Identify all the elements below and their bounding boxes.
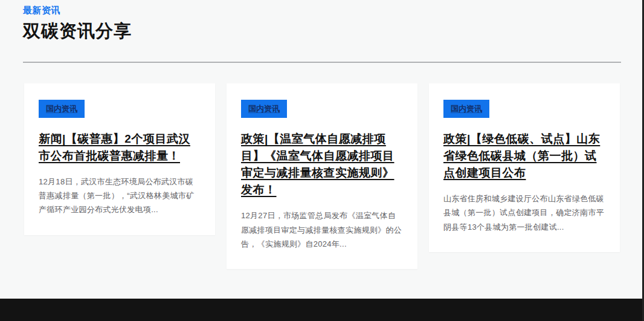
header-divider [23, 62, 621, 63]
article-summary: 12月27日，市场监管总局发布《温室气体自愿减排项目审定与减排量核查实施规则》的… [241, 209, 403, 250]
article-summary: 山东省住房和城乡建设厅公布山东省绿色低碳县城（第一批）试点创建项目，确定济南市平… [443, 192, 605, 233]
footer-bar [0, 299, 644, 321]
article-title-link[interactable]: 新闻|【碳普惠】2个项目武汉市公布首批碳普惠减排量！ [39, 131, 201, 164]
article-title-link[interactable]: 政策|【温室气体自愿减排项目】《温室气体自愿减排项目审定与减排量核查实施规则》发… [241, 131, 403, 198]
category-badge[interactable]: 国内资讯 [443, 100, 489, 118]
news-card: 国内资讯 政策|【温室气体自愿减排项目】《温室气体自愿减排项目审定与减排量核查实… [227, 83, 417, 269]
news-card: 国内资讯 新闻|【碳普惠】2个项目武汉市公布首批碳普惠减排量！ 12月18日，武… [24, 83, 215, 235]
category-badge[interactable]: 国内资讯 [241, 100, 287, 118]
news-card-list: 国内资讯 新闻|【碳普惠】2个项目武汉市公布首批碳普惠减排量！ 12月18日，武… [24, 83, 620, 269]
news-card: 国内资讯 政策|【绿色低碳、试点】山东省绿色低碳县城（第一批）试点创建项目公布 … [429, 83, 620, 252]
article-title-link[interactable]: 政策|【绿色低碳、试点】山东省绿色低碳县城（第一批）试点创建项目公布 [443, 131, 605, 181]
category-badge[interactable]: 国内资讯 [39, 100, 85, 118]
page-title: 双碳资讯分享 [23, 19, 621, 44]
section-header: 最新资讯 双碳资讯分享 [0, 0, 644, 44]
article-summary: 12月18日，武汉市生态环境局公布武汉市碳普惠减排量（第一批），“武汉格林美城市… [39, 175, 201, 216]
section-eyebrow: 最新资讯 [23, 5, 621, 16]
news-page: 最新资讯 双碳资讯分享 国内资讯 新闻|【碳普惠】2个项目武汉市公布首批碳普惠减… [0, 0, 644, 321]
